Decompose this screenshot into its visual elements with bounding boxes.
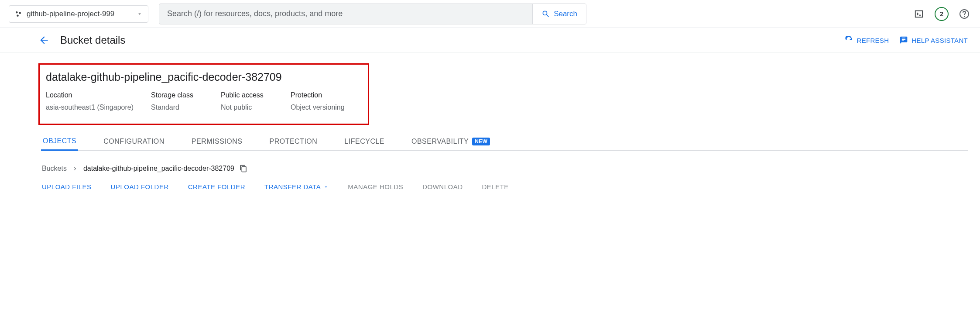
new-badge: NEW: [472, 138, 490, 145]
prop-location: Location asia-southeast1 (Singapore): [46, 91, 134, 111]
manage-holds-button[interactable]: MANAGE HOLDS: [348, 183, 403, 190]
tab-configuration-label: CONFIGURATION: [103, 138, 164, 145]
svg-point-2: [17, 14, 19, 17]
prop-protection: Protection Object versioning: [291, 91, 345, 111]
project-picker[interactable]: github-pipeline-project-999: [9, 5, 148, 23]
search-input[interactable]: [159, 9, 532, 18]
object-toolbar: UPLOAD FILES UPLOAD FOLDER CREATE FOLDER…: [42, 183, 968, 190]
svg-point-0: [16, 11, 18, 14]
notification-badge[interactable]: 2: [935, 7, 949, 21]
svg-point-1: [19, 12, 21, 14]
bucket-name: datalake-github-pipeline_pacific-decoder…: [46, 71, 362, 83]
tab-observability[interactable]: OBSERVABILITY NEW: [410, 133, 492, 150]
delete-button[interactable]: DELETE: [482, 183, 509, 190]
tab-protection[interactable]: PROTECTION: [267, 133, 319, 150]
tab-permissions-label: PERMISSIONS: [192, 138, 243, 145]
tab-lifecycle[interactable]: LIFECYCLE: [343, 133, 386, 150]
notification-count: 2: [940, 10, 943, 17]
prop-storage-class-value: Standard: [151, 104, 203, 111]
prop-public-access-label: Public access: [221, 91, 273, 99]
search-icon: [541, 10, 550, 18]
transfer-data-label: TRANSFER DATA: [264, 183, 321, 190]
search-button[interactable]: Search: [532, 4, 586, 24]
help-assistant-button[interactable]: HELP ASSISTANT: [899, 36, 968, 45]
page-header: Bucket details REFRESH HELP ASSISTANT: [0, 28, 980, 53]
prop-storage-class-label: Storage class: [151, 91, 203, 99]
prop-public-access-value: Not public: [221, 104, 273, 111]
tabs: OBJECTS CONFIGURATION PERMISSIONS PROTEC…: [41, 133, 968, 151]
help-assistant-label: HELP ASSISTANT: [911, 37, 968, 44]
manage-holds-label: MANAGE HOLDS: [348, 183, 403, 190]
page-title: Bucket details: [60, 34, 125, 46]
caret-down-icon: [323, 184, 329, 190]
chevron-right-icon: [72, 166, 78, 172]
tab-protection-label: PROTECTION: [269, 138, 317, 145]
chat-icon: [899, 36, 908, 45]
prop-protection-label: Protection: [291, 91, 345, 99]
prop-location-value: asia-southeast1 (Singapore): [46, 104, 134, 111]
prop-public-access: Public access Not public: [221, 91, 273, 111]
search-bar: Search: [159, 3, 586, 24]
upload-files-button[interactable]: UPLOAD FILES: [42, 183, 92, 190]
upload-folder-label: UPLOAD FOLDER: [111, 183, 169, 190]
refresh-button[interactable]: REFRESH: [845, 36, 889, 45]
delete-label: DELETE: [482, 183, 509, 190]
back-arrow-icon[interactable]: [38, 35, 50, 46]
upload-files-label: UPLOAD FILES: [42, 183, 92, 190]
download-label: DOWNLOAD: [422, 183, 463, 190]
top-bar: github-pipeline-project-999 Search 2: [0, 0, 980, 28]
tab-observability-label: OBSERVABILITY: [411, 138, 469, 145]
prop-location-label: Location: [46, 91, 134, 99]
create-folder-button[interactable]: CREATE FOLDER: [188, 183, 245, 190]
help-icon[interactable]: [957, 7, 971, 21]
create-folder-label: CREATE FOLDER: [188, 183, 245, 190]
cloud-shell-icon[interactable]: [912, 7, 926, 21]
prop-storage-class: Storage class Standard: [151, 91, 203, 111]
tab-permissions[interactable]: PERMISSIONS: [190, 133, 244, 150]
transfer-data-button[interactable]: TRANSFER DATA: [264, 183, 329, 190]
tab-configuration[interactable]: CONFIGURATION: [102, 133, 166, 150]
copy-icon[interactable]: [240, 165, 247, 173]
topbar-right: 2: [912, 7, 971, 21]
search-button-label: Search: [554, 10, 577, 18]
content: datalake-github-pipeline_pacific-decoder…: [0, 53, 980, 201]
prop-protection-value: Object versioning: [291, 104, 345, 111]
refresh-label: REFRESH: [857, 37, 889, 44]
bucket-props: Location asia-southeast1 (Singapore) Sto…: [46, 91, 362, 111]
upload-folder-button[interactable]: UPLOAD FOLDER: [111, 183, 169, 190]
breadcrumb-current: datalake-github-pipeline_pacific-decoder…: [83, 165, 234, 173]
refresh-icon: [845, 36, 853, 45]
project-icon: [14, 10, 22, 18]
caret-down-icon: [137, 11, 143, 17]
bucket-summary-box: datalake-github-pipeline_pacific-decoder…: [38, 63, 369, 125]
tab-objects-label: OBJECTS: [43, 137, 76, 145]
project-name: github-pipeline-project-999: [27, 10, 132, 18]
tab-objects[interactable]: OBJECTS: [41, 133, 78, 151]
tab-lifecycle-label: LIFECYCLE: [344, 138, 384, 145]
breadcrumb: Buckets datalake-github-pipeline_pacific…: [42, 165, 968, 173]
download-button[interactable]: DOWNLOAD: [422, 183, 463, 190]
breadcrumb-root[interactable]: Buckets: [42, 165, 67, 173]
